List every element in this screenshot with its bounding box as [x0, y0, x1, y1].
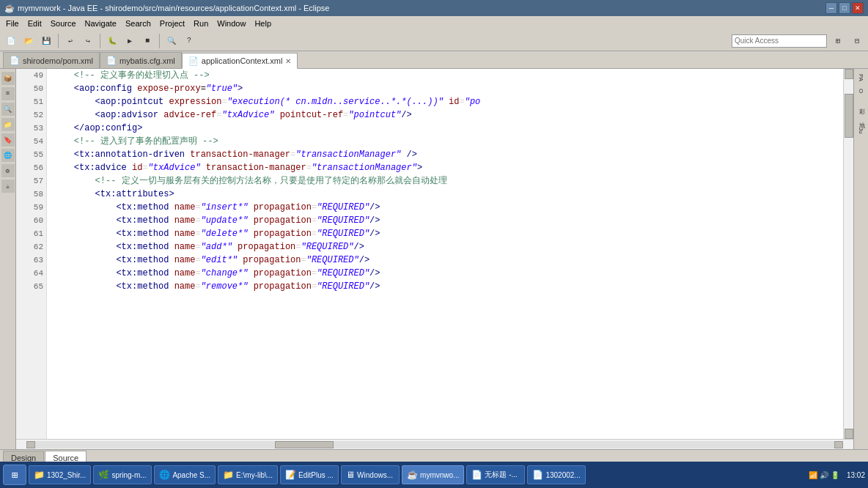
taskbar-icon-0: 📁 [34, 470, 45, 480]
menu-run[interactable]: Run [189, 18, 213, 29]
editor-area[interactable]: 49 50 51 52 53 54 55 56 57 58 59 60 61 6… [16, 69, 853, 449]
help-button[interactable]: ? [181, 33, 197, 49]
perspective-button[interactable]: ⊞ [830, 33, 846, 49]
right-icon-4[interactable]: 地 [856, 111, 867, 123]
code-content: 49 50 51 52 53 54 55 56 57 58 59 60 61 6… [16, 69, 853, 439]
taskbar-right: 📶 🔊 🔋 13:02 [806, 470, 865, 481]
run-button[interactable]: ▶ [122, 33, 138, 49]
left-icon-search[interactable]: 🔍 [1, 103, 15, 116]
left-icon-java[interactable]: ☕ [1, 180, 15, 193]
line-51: <aop:pointcut expression = "execution(* … [53, 95, 843, 108]
tab-appcontext[interactable]: 📄 applicationContext.xml ✕ [182, 53, 298, 69]
view-button[interactable]: ⊟ [849, 33, 865, 49]
tray-icon-battery[interactable]: 🔋 [831, 471, 839, 479]
taskbar-icon-5: 🖥 [346, 470, 355, 480]
line-49: <!-- 定义事务的处理切入点 --> [53, 69, 843, 82]
stop-button[interactable]: ■ [139, 33, 155, 49]
line-57: <!-- 定义一切与服务层有关的控制方法名称，只要是使用了特定的名称那么就会自动… [53, 174, 843, 188]
menu-navigate[interactable]: Navigate [81, 18, 121, 29]
taskbar-icon-1: 🌿 [98, 470, 109, 480]
taskbar-item-8[interactable]: 📄 1302002... [527, 465, 586, 484]
editor-tab-bar: 📄 shirodemo/pom.xml 📄 mybatis.cfg.xml 📄 … [0, 51, 868, 69]
horizontal-scrollbar[interactable] [16, 439, 853, 449]
tray-icon-network[interactable]: 📶 [809, 471, 817, 479]
taskbar-item-6[interactable]: ☕ mymvnwo... [402, 465, 464, 484]
taskbar-label-6: mymvnwo... [420, 471, 459, 479]
left-icon-pkg[interactable]: 📦 [1, 72, 15, 85]
menu-help[interactable]: Help [250, 18, 276, 29]
right-icon-3[interactable]: 彩 [856, 98, 867, 110]
left-icon-file[interactable]: 📁 [1, 118, 15, 131]
taskbar-item-2[interactable]: 🌐 Apache S... [154, 465, 216, 484]
open-button[interactable]: 📂 [21, 33, 37, 49]
start-button[interactable]: ⊞ [3, 465, 26, 485]
line-62: <tx:method name = "add*" propagation = "… [53, 240, 843, 254]
quick-access-input[interactable] [732, 34, 827, 48]
minimize-button[interactable]: ─ [825, 2, 837, 14]
line-64: <tx:method name = "change*" propagation … [53, 267, 843, 280]
debug-button[interactable]: 🐛 [104, 33, 120, 49]
clock[interactable]: 13:02 [847, 471, 865, 479]
tab-icon-mybatis: 📄 [106, 56, 117, 65]
toolbar: 📄 📂 💾 ↩ ↪ 🐛 ▶ ■ 🔍 ? ⊞ ⊟ [0, 31, 868, 51]
comment-49: <!-- 定义事务的处理切入点 --> [74, 69, 210, 82]
tab-close-appcontext[interactable]: ✕ [285, 57, 291, 65]
taskbar-label-0: 1302_Shir... [47, 471, 86, 479]
tab-pom-xml[interactable]: 📄 shirodemo/pom.xml [3, 52, 100, 68]
taskbar-item-5[interactable]: 🖥 Windows... [341, 465, 400, 484]
tab-mybatis[interactable]: 📄 mybatis.cfg.xml [100, 52, 182, 68]
search-button[interactable]: 🔍 [163, 33, 180, 49]
menu-source[interactable]: Source [46, 18, 81, 29]
taskbar-item-1[interactable]: 🌿 spring-m... [93, 465, 152, 484]
left-icon-bookmark[interactable]: 🔖 [1, 133, 15, 147]
redo-button[interactable]: ↪ [80, 33, 96, 49]
right-icon-2[interactable]: O [856, 85, 867, 97]
taskbar-icon-8: 📄 [532, 470, 543, 480]
window-controls: ─ □ ✕ [825, 2, 864, 14]
taskbar-item-3[interactable]: 📁 E:\my-lib\... [218, 465, 278, 484]
line-53: </aop:config> [53, 122, 843, 135]
menu-project[interactable]: Project [155, 18, 189, 29]
window-title: mymvnwork - Java EE - shirodemo/src/main… [18, 4, 329, 12]
menu-window[interactable]: Window [213, 18, 250, 29]
line-65: <tx:method name = "remove*" propagation … [53, 280, 843, 293]
taskbar-label-1: spring-m... [111, 471, 146, 479]
sep3 [159, 34, 160, 48]
title-bar: ☕ mymvnwork - Java EE - shirodemo/src/ma… [0, 0, 868, 16]
right-icon-5[interactable]: Ju [856, 125, 867, 136]
left-icon-outline[interactable]: ≡ [1, 87, 15, 100]
taskbar-item-7[interactable]: 📄 无标题 -... [466, 465, 525, 484]
line-numbers: 49 50 51 52 53 54 55 56 57 58 59 60 61 6… [16, 69, 47, 439]
menu-search[interactable]: Search [121, 18, 155, 29]
scroll-thumb[interactable] [845, 94, 853, 138]
line-50: <aop:config expose-proxy = "true" > [53, 82, 843, 95]
scroll-up-button[interactable] [845, 69, 853, 79]
save-button[interactable]: 💾 [38, 33, 54, 49]
tray-icon-sound[interactable]: 🔊 [820, 471, 828, 479]
left-icon-settings[interactable]: ⚙ [1, 164, 15, 177]
maximize-button[interactable]: □ [839, 2, 850, 14]
close-button[interactable]: ✕ [852, 2, 864, 14]
line-61: <tx:method name = "delete*" propagation … [53, 227, 843, 240]
right-icon-1[interactable]: PA [856, 72, 867, 84]
scroll-left-button[interactable] [26, 441, 35, 448]
menu-edit[interactable]: Edit [23, 18, 46, 29]
taskbar-item-0[interactable]: 📁 1302_Shir... [29, 465, 91, 484]
tab-label-pom: shirodemo/pom.xml [23, 56, 93, 65]
editor-layout: 📦 ≡ 🔍 📁 🔖 🌐 ⚙ ☕ 49 50 51 52 53 54 55 56 … [0, 69, 868, 449]
undo-button[interactable]: ↩ [62, 33, 78, 49]
line-60: <tx:method name = "update*" propagation … [53, 214, 843, 227]
tab-icon-pom: 📄 [10, 56, 20, 65]
left-icon-earth[interactable]: 🌐 [1, 149, 15, 162]
scroll-down-button[interactable] [845, 429, 853, 439]
scroll-right-button[interactable] [834, 441, 843, 448]
taskbar-label-4: EditPlus ... [298, 471, 334, 479]
vertical-scrollbar[interactable] [843, 69, 853, 439]
new-button[interactable]: 📄 [3, 33, 19, 49]
left-panel: 📦 ≡ 🔍 📁 🔖 🌐 ⚙ ☕ [0, 69, 16, 449]
code-lines[interactable]: <!-- 定义事务的处理切入点 --> <aop:config expose-p… [47, 69, 843, 439]
taskbar-item-4[interactable]: 📝 EditPlus ... [280, 465, 339, 484]
h-scroll-thumb[interactable] [275, 441, 334, 448]
menu-file[interactable]: File [1, 18, 23, 29]
taskbar-icon-4: 📝 [285, 470, 296, 480]
